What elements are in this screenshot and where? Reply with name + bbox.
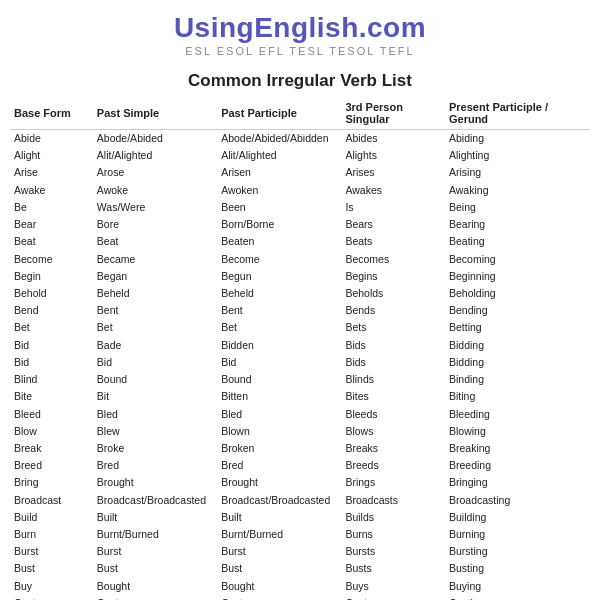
table-row: AbideAbode/AbidedAbode/Abided/AbiddenAbi… xyxy=(10,130,590,148)
table-cell: Bred xyxy=(217,457,341,474)
table-cell: Bled xyxy=(93,406,217,423)
table-cell: Bade xyxy=(93,337,217,354)
table-cell: Broadcasts xyxy=(341,492,445,509)
table-cell: Bids xyxy=(341,354,445,371)
table-cell: Cast xyxy=(217,595,341,600)
table-cell: Bleed xyxy=(10,406,93,423)
verb-table-body: AbideAbode/AbidedAbode/Abided/AbiddenAbi… xyxy=(10,130,590,601)
col-header-past: Past Simple xyxy=(93,99,217,130)
table-cell: Bet xyxy=(10,319,93,336)
table-row: BroadcastBroadcast/BroadcastedBroadcast/… xyxy=(10,492,590,509)
table-cell: Breeds xyxy=(341,457,445,474)
table-row: AwakeAwokeAwokenAwakesAwaking xyxy=(10,182,590,199)
table-cell: Buys xyxy=(341,578,445,595)
table-row: BuildBuiltBuiltBuildsBuilding xyxy=(10,509,590,526)
table-row: BetBetBetBetsBetting xyxy=(10,319,590,336)
table-cell: Bidden xyxy=(217,337,341,354)
table-cell: Burst xyxy=(93,543,217,560)
table-cell: Casting xyxy=(445,595,590,600)
table-row: CastCastCastCastsCasting xyxy=(10,595,590,600)
table-row: AriseAroseArisenArisesArising xyxy=(10,164,590,181)
table-cell: Abode/Abided/Abidden xyxy=(217,130,341,148)
table-row: BeWas/WereBeenIsBeing xyxy=(10,199,590,216)
table-cell: Arise xyxy=(10,164,93,181)
table-cell: Awoken xyxy=(217,182,341,199)
table-cell: Bids xyxy=(341,337,445,354)
table-cell: Beholds xyxy=(341,285,445,302)
table-cell: Bid xyxy=(217,354,341,371)
table-cell: Bet xyxy=(93,319,217,336)
table-row: BeginBeganBegunBeginsBeginning xyxy=(10,268,590,285)
table-cell: Built xyxy=(93,509,217,526)
table-row: BurnBurnt/BurnedBurnt/BurnedBurnsBurning xyxy=(10,526,590,543)
table-cell: Bet xyxy=(217,319,341,336)
table-cell: Blind xyxy=(10,371,93,388)
table-cell: Burnt/Burned xyxy=(93,526,217,543)
site-subtitle: ESL ESOL EFL TESL TESOL TEFL xyxy=(0,45,600,57)
table-cell: Broadcasting xyxy=(445,492,590,509)
table-cell: Biting xyxy=(445,388,590,405)
col-header-3rd: 3rd Person Singular xyxy=(341,99,445,130)
table-cell: Awakes xyxy=(341,182,445,199)
verb-table: Base Form Past Simple Past Participle 3r… xyxy=(10,99,590,600)
table-cell: Build xyxy=(10,509,93,526)
site-header: UsingEnglish.com ESL ESOL EFL TESL TESOL… xyxy=(0,0,600,61)
table-cell: Alight xyxy=(10,147,93,164)
table-cell: Being xyxy=(445,199,590,216)
table-cell: Become xyxy=(217,251,341,268)
table-row: BendBentBentBendsBending xyxy=(10,302,590,319)
table-cell: Arose xyxy=(93,164,217,181)
table-cell: Cast xyxy=(93,595,217,600)
site-title: UsingEnglish.com xyxy=(0,12,600,44)
table-cell: Breaks xyxy=(341,440,445,457)
table-cell: Buying xyxy=(445,578,590,595)
table-cell: Broken xyxy=(217,440,341,457)
table-cell: Bound xyxy=(217,371,341,388)
table-cell: Bleeds xyxy=(341,406,445,423)
table-cell: Arisen xyxy=(217,164,341,181)
table-cell: Bound xyxy=(93,371,217,388)
table-cell: Bust xyxy=(93,560,217,577)
table-cell: Blowing xyxy=(445,423,590,440)
table-row: BidBadeBiddenBidsBidding xyxy=(10,337,590,354)
table-cell: Begin xyxy=(10,268,93,285)
table-cell: Bursting xyxy=(445,543,590,560)
table-cell: Burnt/Burned xyxy=(217,526,341,543)
table-cell: Busts xyxy=(341,560,445,577)
table-cell: Was/Were xyxy=(93,199,217,216)
table-cell: Becomes xyxy=(341,251,445,268)
table-cell: Broke xyxy=(93,440,217,457)
table-cell: Bite xyxy=(10,388,93,405)
table-cell: Bursts xyxy=(341,543,445,560)
table-cell: Cast xyxy=(10,595,93,600)
table-cell: Bidding xyxy=(445,337,590,354)
table-cell: Beat xyxy=(10,233,93,250)
table-cell: Awake xyxy=(10,182,93,199)
table-cell: Bid xyxy=(10,354,93,371)
table-row: BiteBitBittenBitesBiting xyxy=(10,388,590,405)
table-cell: Breed xyxy=(10,457,93,474)
table-row: BecomeBecameBecomeBecomesBecoming xyxy=(10,251,590,268)
table-cell: Bearing xyxy=(445,216,590,233)
table-row: BlindBoundBoundBlindsBinding xyxy=(10,371,590,388)
table-cell: Bit xyxy=(93,388,217,405)
table-cell: Bid xyxy=(93,354,217,371)
table-cell: Buy xyxy=(10,578,93,595)
table-cell: Bred xyxy=(93,457,217,474)
table-cell: Busting xyxy=(445,560,590,577)
table-cell: Bites xyxy=(341,388,445,405)
table-header-row: Base Form Past Simple Past Participle 3r… xyxy=(10,99,590,130)
table-cell: Abiding xyxy=(445,130,590,148)
table-cell: Bidding xyxy=(445,354,590,371)
table-cell: Beheld xyxy=(93,285,217,302)
table-row: BurstBurstBurstBurstsBursting xyxy=(10,543,590,560)
table-cell: Bringing xyxy=(445,474,590,491)
table-cell: Blown xyxy=(217,423,341,440)
table-cell: Abode/Abided xyxy=(93,130,217,148)
table-cell: Breaking xyxy=(445,440,590,457)
table-cell: Became xyxy=(93,251,217,268)
table-cell: Abide xyxy=(10,130,93,148)
table-cell: Bending xyxy=(445,302,590,319)
table-cell: Is xyxy=(341,199,445,216)
table-cell: Bend xyxy=(10,302,93,319)
